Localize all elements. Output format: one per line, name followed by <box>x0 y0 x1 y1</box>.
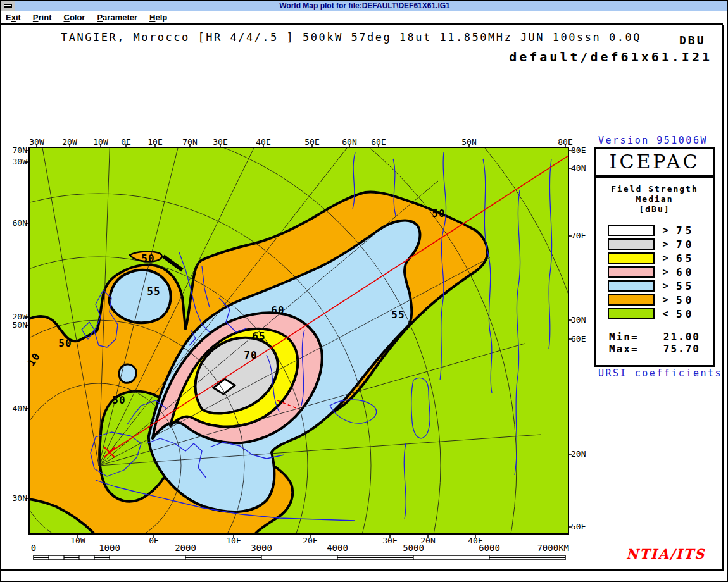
legend-minmax: Min=21.00 Max=75.70 <box>596 331 713 355</box>
svg-text:20N: 20N <box>571 449 586 459</box>
svg-text:4000: 4000 <box>327 543 348 553</box>
svg-text:0E: 0E <box>149 536 159 545</box>
app-window: World Map plot for file:DEFAULT\DEF61X61… <box>0 0 728 582</box>
legend-subtitle-1: Field Strength <box>596 184 713 194</box>
svg-text:30E: 30E <box>382 536 397 545</box>
svg-text:10W: 10W <box>93 137 108 147</box>
svg-text:40E: 40E <box>256 137 270 147</box>
svg-text:30E: 30E <box>213 137 227 147</box>
legend-swatch <box>608 225 655 236</box>
svg-text:0: 0 <box>31 543 36 553</box>
svg-text:65: 65 <box>252 330 265 342</box>
svg-text:55: 55 <box>391 309 405 321</box>
min-label: Min= <box>609 331 639 343</box>
output-file-label: default/def61x61.I21 <box>509 49 712 65</box>
svg-text:60E: 60E <box>571 334 586 344</box>
ntia-its-logo: NTIA/ITS <box>626 546 705 562</box>
legend-entry: >60 <box>596 265 713 279</box>
legend-entries: >75 >70 >65 >60 >55 >50 <50 <box>596 223 713 321</box>
legend-swatch <box>608 238 655 250</box>
coefficients-label: URSI coefficients <box>598 368 722 379</box>
svg-text:30N: 30N <box>13 493 27 503</box>
svg-text:30W: 30W <box>13 157 28 166</box>
legend-swatch <box>608 294 655 306</box>
svg-text:2000: 2000 <box>175 543 196 553</box>
svg-text:0E: 0E <box>121 137 131 147</box>
legend-swatch <box>608 266 655 278</box>
svg-text:70N: 70N <box>182 137 197 147</box>
svg-text:10E: 10E <box>147 137 162 147</box>
left-axis-labels: 70N 30W 60N 20W 50N 40N 30N <box>13 146 28 503</box>
svg-text:50: 50 <box>432 207 445 220</box>
legend-entry: >65 <box>596 251 713 265</box>
svg-text:20E: 20E <box>303 536 317 545</box>
svg-text:3000: 3000 <box>251 543 272 553</box>
plot-title: TANGIER, Morocco [HR 4/4/.5 ] 500kW 57de… <box>61 31 641 44</box>
svg-text:10E: 10E <box>226 536 241 545</box>
svg-text:50E: 50E <box>571 522 586 531</box>
legend-entry: >70 <box>596 237 713 251</box>
svg-text:30N: 30N <box>571 315 586 325</box>
svg-text:55: 55 <box>147 285 160 297</box>
svg-text:60N: 60N <box>13 218 27 228</box>
legend-entry: >50 <box>596 293 713 307</box>
legend-subtitle-3: [dBu] <box>596 204 713 214</box>
max-label: Max= <box>609 343 639 355</box>
svg-text:60: 60 <box>271 304 284 316</box>
svg-text:70N: 70N <box>13 146 27 155</box>
svg-text:70E: 70E <box>571 231 586 240</box>
map-region-gt55-northsea <box>110 270 171 323</box>
svg-text:40N: 40N <box>13 404 27 413</box>
svg-text:60N: 60N <box>342 137 356 147</box>
svg-text:10W: 10W <box>70 536 85 545</box>
svg-text:80E: 80E <box>571 146 586 155</box>
distance-scale: 0 1000 2000 3000 4000 5000 6000 7000KM <box>31 543 569 560</box>
svg-text:40N: 40N <box>571 163 586 173</box>
svg-text:20W: 20W <box>62 137 77 147</box>
svg-text:50N: 50N <box>461 137 476 147</box>
svg-text:30W: 30W <box>29 137 44 147</box>
legend-subtitle-2: Median <box>596 194 713 204</box>
svg-text:70: 70 <box>244 349 257 361</box>
max-value: 75.70 <box>663 343 700 355</box>
legend-entry: >75 <box>596 223 713 237</box>
right-axis-labels: 80E 40N 70E 30N 60E 20N 50E <box>571 146 586 531</box>
svg-text:6000: 6000 <box>479 543 500 553</box>
svg-text:50: 50 <box>58 337 72 349</box>
svg-text:50E: 50E <box>304 137 319 147</box>
legend-entry: >55 <box>596 279 713 293</box>
units-label: DBU <box>679 34 706 47</box>
version-label: Version 951006W <box>598 135 708 146</box>
svg-text:50N: 50N <box>13 320 27 330</box>
min-value: 21.00 <box>663 331 700 343</box>
svg-text:5000: 5000 <box>403 543 424 553</box>
legend-swatch <box>608 280 655 292</box>
legend-title: ICEPAC <box>596 149 713 178</box>
legend-swatch <box>608 308 655 319</box>
svg-text:50: 50 <box>112 394 125 406</box>
svg-text:50: 50 <box>141 252 154 264</box>
svg-text:7000KM: 7000KM <box>537 543 569 553</box>
svg-text:60E: 60E <box>371 137 386 147</box>
top-axis-labels: 30W 20W 10W 0E 10E 70N 30E 40E 50E 60N 6… <box>29 137 572 147</box>
legend-entry: <50 <box>596 307 713 321</box>
svg-text:1000: 1000 <box>99 543 120 553</box>
legend-swatch <box>608 252 655 264</box>
legend-box: ICEPAC Field Strength Median [dBu] >75 >… <box>594 147 715 367</box>
